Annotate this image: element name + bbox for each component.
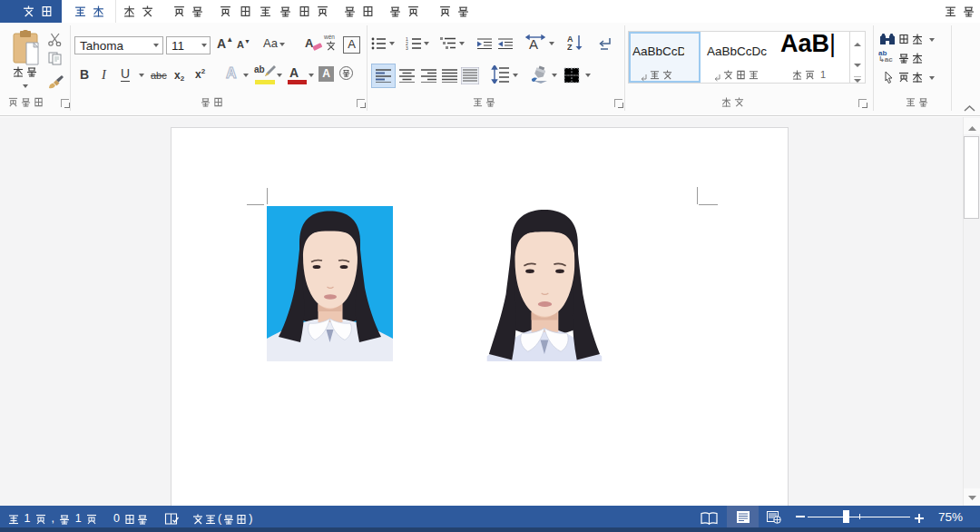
svg-text:3: 3: [406, 45, 408, 50]
svg-text:Z: Z: [567, 43, 573, 51]
svg-text:A: A: [529, 36, 538, 51]
